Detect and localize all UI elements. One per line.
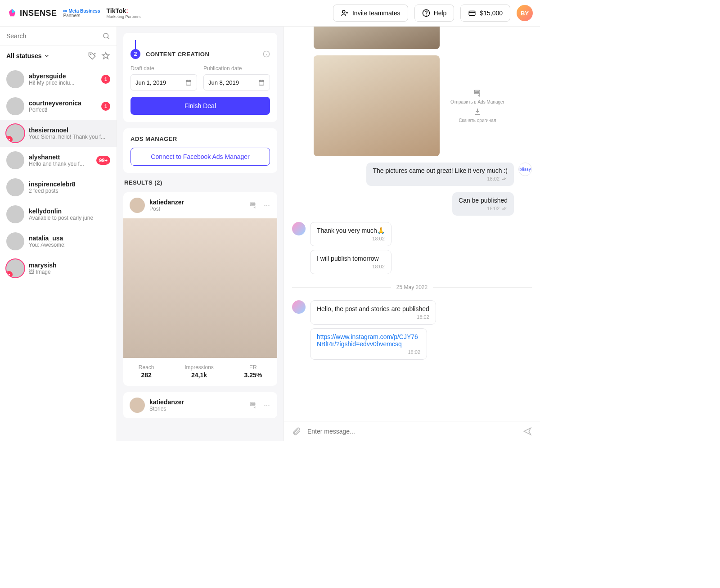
- status-filter-dropdown[interactable]: All statuses: [6, 52, 50, 59]
- conversation-item[interactable]: ♥ marysish 🖼 Image: [0, 255, 117, 282]
- svg-rect-10: [186, 80, 191, 85]
- send-to-ads-action[interactable]: ADS Отправить в Ads Manager: [450, 89, 504, 104]
- more-icon[interactable]: [263, 201, 271, 209]
- result-avatar[interactable]: [130, 198, 145, 213]
- ads-manager-card: ADS MANAGER Connect to Facebook Ads Mana…: [123, 128, 277, 173]
- conversation-avatar: [6, 178, 24, 196]
- publication-date-input[interactable]: Jun 8, 2019: [203, 74, 270, 90]
- conversation-avatar: [6, 151, 24, 169]
- brand-logo[interactable]: INSENSE: [7, 8, 57, 18]
- svg-point-15: [266, 205, 267, 206]
- conversation-preview: You: Sierra, hello! Thank you f...: [29, 134, 110, 140]
- conversation-item[interactable]: kellydonlin Available to post early june: [0, 201, 117, 228]
- incoming-message: Thank you very much🙏18:02 I will publish…: [292, 222, 392, 274]
- read-icon: [501, 176, 508, 181]
- conversation-name: courtneyveronica: [29, 100, 97, 107]
- svg-rect-11: [259, 80, 264, 85]
- message-list: ADS Отправить в Ads Manager Скачать ориг…: [284, 27, 540, 421]
- svg-point-2: [342, 10, 345, 13]
- conversation-name: marysish: [29, 262, 110, 269]
- conversation-item[interactable]: courtneyveronica Perfect! 1: [0, 93, 117, 120]
- finish-deal-button[interactable]: Finish Deal: [130, 97, 270, 115]
- help-button[interactable]: Help: [414, 5, 454, 22]
- svg-text:ADS: ADS: [475, 91, 479, 93]
- tag-filter-icon[interactable]: [88, 51, 97, 60]
- chat-panel: ADS Отправить в Ads Manager Скачать ориг…: [284, 27, 540, 441]
- svg-point-8: [94, 53, 95, 54]
- conversation-preview: 🖼 Image: [29, 269, 110, 275]
- conversation-avatar: [6, 97, 24, 115]
- invite-teammates-button[interactable]: Invite teammates: [333, 5, 408, 22]
- result-author[interactable]: katiedanzer: [149, 199, 245, 206]
- search-icon[interactable]: [102, 32, 110, 40]
- conversation-name: thesierranoel: [29, 127, 110, 134]
- date-separator: 25 May 2022: [292, 284, 532, 290]
- conversation-preview: You: Awesome!: [29, 242, 110, 248]
- conversation-name: inspirencelebr8: [29, 181, 110, 188]
- user-plus-icon: [341, 9, 349, 17]
- send-ads-icon[interactable]: ADS: [249, 201, 257, 209]
- conversation-item[interactable]: natalia_usa You: Awesome!: [0, 228, 117, 255]
- conversation-item[interactable]: ♥ thesierranoel You: Sierra, hello! Than…: [0, 120, 117, 147]
- user-avatar[interactable]: BY: [517, 5, 533, 21]
- image-message[interactable]: [314, 27, 440, 49]
- step-number: 2: [130, 49, 140, 59]
- send-icon[interactable]: [523, 427, 532, 436]
- conversation-list: abyersguide Hi! My price inclu... 1 cour…: [0, 66, 117, 441]
- ads-manager-title: ADS MANAGER: [130, 136, 270, 142]
- result-card: katiedanzer Post ADS Reach282 Impression…: [123, 192, 277, 386]
- connect-ads-manager-button[interactable]: Connect to Facebook Ads Manager: [130, 148, 270, 166]
- conversation-name: kellydonlin: [29, 208, 110, 215]
- conversation-item[interactable]: inspirencelebr8 2 feed posts: [0, 174, 117, 201]
- image-message[interactable]: [314, 55, 440, 156]
- svg-text:ADS: ADS: [251, 403, 255, 405]
- incoming-message: Hello, the post and stories are publishe…: [292, 300, 436, 360]
- svg-point-4: [426, 15, 426, 15]
- svg-rect-5: [469, 11, 476, 16]
- send-ads-icon[interactable]: ADS: [249, 401, 257, 409]
- result-image[interactable]: [123, 218, 277, 358]
- conversations-sidebar: All statuses abyersguide Hi! My price in…: [0, 27, 117, 441]
- creator-avatar[interactable]: [292, 222, 306, 235]
- attachment-icon[interactable]: [292, 427, 301, 436]
- outgoing-message: Can be published 18:02: [452, 192, 514, 216]
- draft-date-input[interactable]: Jun 1, 2019: [130, 74, 197, 90]
- conversation-avatar: [6, 232, 24, 250]
- help-icon: [422, 9, 430, 17]
- more-icon[interactable]: [263, 401, 271, 409]
- results-title: RESULTS (2): [123, 179, 277, 186]
- conversation-avatar: ♥: [6, 124, 24, 142]
- brand-text: INSENSE: [20, 9, 57, 18]
- svg-point-20: [266, 405, 267, 406]
- message-input[interactable]: [307, 428, 517, 435]
- result-author[interactable]: katiedanzer: [149, 398, 245, 406]
- balance-button[interactable]: $15,000: [460, 5, 510, 22]
- conversation-item[interactable]: abyersguide Hi! My price inclu... 1: [0, 66, 117, 93]
- conversation-item[interactable]: alyshanett Hello and thank you f... 99+: [0, 147, 117, 174]
- conversation-name: natalia_usa: [29, 235, 110, 242]
- meta-partner-badge: ∞ Meta Business Partners: [63, 8, 100, 18]
- conversation-name: alyshanett: [29, 154, 92, 161]
- unread-badge: 1: [101, 75, 110, 84]
- info-icon[interactable]: [263, 50, 270, 58]
- result-card: katiedanzer Stories ADS: [123, 392, 277, 418]
- svg-point-21: [268, 405, 269, 406]
- link-message[interactable]: https://www.instagram.com/p/CJY76NBlt4r/…: [310, 328, 427, 360]
- topbar: INSENSE ∞ Meta Business Partners TikTok:…: [0, 0, 540, 27]
- search-input[interactable]: [6, 32, 102, 40]
- result-type: Post: [149, 206, 245, 212]
- conversation-preview: Hello and thank you f...: [29, 161, 92, 167]
- result-avatar[interactable]: [130, 398, 145, 413]
- deal-panel: 2 CONTENT CREATION Draft date Jun 1, 201…: [117, 27, 284, 441]
- conversation-avatar: [6, 205, 24, 223]
- conversation-avatar: ♥: [6, 259, 24, 277]
- tiktok-partner-badge: TikTok: Marketing Partners: [106, 7, 140, 19]
- svg-point-6: [104, 33, 108, 38]
- conversation-avatar: [6, 70, 24, 88]
- message-composer: [284, 421, 540, 441]
- conversation-preview: Hi! My price inclu...: [29, 80, 97, 86]
- creator-avatar[interactable]: [292, 300, 306, 314]
- download-original-action[interactable]: Скачать оригинал: [450, 107, 504, 123]
- result-type: Stories: [149, 406, 245, 412]
- star-filter-icon[interactable]: [101, 51, 110, 60]
